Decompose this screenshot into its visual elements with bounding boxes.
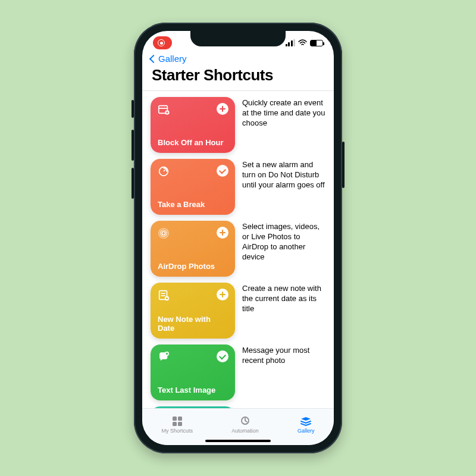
notch [190,31,286,46]
card-label: AirDrop Photos [158,262,228,271]
tab-gallery[interactable]: Gallery [298,416,315,434]
list-item: Block Off an Hour Quickly create an even… [151,97,325,153]
list-item: Text Last Image Message your most recent… [151,345,325,400]
added-badge-icon [217,350,228,362]
svg-rect-15 [173,422,177,426]
add-badge-icon [217,289,228,300]
shortcut-card-new-note[interactable]: New Note with Date [151,283,235,339]
svg-rect-14 [178,416,182,421]
card-label: Take a Break [158,201,228,209]
cell-signal-icon [286,39,296,46]
back-label: Gallery [158,54,187,64]
gallery-icon [300,416,312,427]
automation-icon [239,416,251,427]
shortcut-list: Block Off an Hour Quickly create an even… [142,91,334,408]
home-indicator[interactable] [205,440,271,442]
page-title: Starter Shortcuts [142,64,334,90]
record-icon [158,39,165,46]
tab-label: Gallery [298,428,315,434]
card-description: Message your most recent photo [242,345,325,400]
shortcut-card-partial[interactable] [151,406,235,408]
back-button[interactable]: Gallery [142,51,334,64]
svg-rect-13 [173,416,177,421]
list-item: Take a Break Set a new alarm and turn on… [151,159,325,215]
list-item: New Note with Date Create a new note wit… [151,283,325,339]
card-label: Text Last Image [158,386,228,395]
svg-line-4 [164,170,165,171]
svg-point-5 [162,231,165,235]
shortcut-card-take-break[interactable]: Take a Break [151,159,235,215]
added-badge-icon [217,165,228,177]
wifi-icon [298,39,307,46]
recording-indicator[interactable] [153,36,172,49]
shortcut-card-text-last[interactable]: Text Last Image [151,345,235,400]
tab-automation[interactable]: Automation [231,416,259,434]
calendar-add-icon [157,103,170,116]
phone-frame: Gallery Starter Shortcuts Block Off an H… [134,23,342,453]
svg-rect-16 [178,422,182,426]
battery-icon [310,40,323,46]
timer-icon [157,165,170,178]
tab-my-shortcuts[interactable]: My Shortcuts [162,416,193,434]
list-item: AirDrop Photos Select images, videos, or… [151,221,325,277]
card-label: New Note with Date [158,315,228,333]
tab-label: Automation [231,428,259,434]
screen: Gallery Starter Shortcuts Block Off an H… [142,31,334,445]
card-description: Quickly create an event at the time and … [242,97,325,153]
card-label: Block Off an Hour [158,139,228,148]
card-description: Select images, videos, or Live Photos to… [242,221,325,277]
note-add-icon [157,289,170,302]
airdrop-icon [157,227,170,240]
message-add-icon [157,350,170,364]
card-description: Create a new note with the current date … [242,283,325,339]
tab-label: My Shortcuts [162,428,193,434]
add-badge-icon [217,103,228,115]
chevron-left-icon [149,54,158,62]
grid-icon [171,416,183,427]
card-description: Set a new alarm and turn on Do Not Distu… [242,159,325,215]
shortcut-card-block-off[interactable]: Block Off an Hour [151,97,235,153]
shortcut-card-airdrop[interactable]: AirDrop Photos [151,221,235,277]
add-badge-icon [217,227,228,239]
svg-point-6 [161,230,167,237]
